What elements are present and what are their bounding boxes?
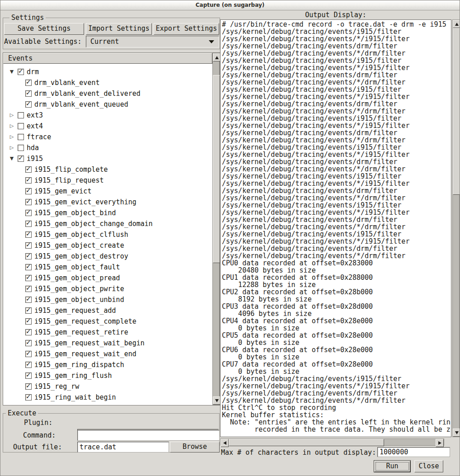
tree-row[interactable]: ✓i915_gem_object_clflush <box>3 229 212 240</box>
tree-row[interactable]: ▷hda <box>3 142 212 153</box>
tree-row[interactable]: ✓i915_gem_object_destroy <box>3 251 212 262</box>
export-settings-button[interactable]: Export Settings <box>154 23 219 35</box>
output-hscrollbar-track[interactable] <box>229 439 436 445</box>
scroll-up-button[interactable] <box>453 20 460 28</box>
tree-row[interactable]: ▷ext3 <box>3 110 212 121</box>
tree-row[interactable]: ✓i915_gem_evict_everything <box>3 197 212 207</box>
tree-row[interactable]: ✓drm_vblank_event_delivered <box>3 88 212 99</box>
tree-row[interactable]: ✓i915_flip_request <box>3 175 212 186</box>
tree-row[interactable]: ✓i915_gem_request_add <box>3 305 212 316</box>
tree-row[interactable]: ▼✓i915 <box>3 153 212 164</box>
tree-row[interactable]: ▷ftrace <box>3 132 212 142</box>
event-checkbox[interactable]: ✓ <box>25 383 32 390</box>
events-scrollbar-thumb[interactable] <box>213 75 220 263</box>
output-display[interactable]: # /usr/bin/trace-cmd record -o trace.dat… <box>220 19 451 437</box>
event-checkbox[interactable]: ✓ <box>25 101 32 108</box>
event-checkbox[interactable]: ✓ <box>25 166 32 173</box>
output-hscrollbar-thumb[interactable] <box>229 439 384 446</box>
event-checkbox[interactable]: ✓ <box>25 329 32 335</box>
event-checkbox[interactable]: ✓ <box>25 362 32 368</box>
tree-row[interactable]: ✓drm_vblank_event_queued <box>3 99 212 110</box>
events-scrollbar-track[interactable] <box>213 61 219 396</box>
tree-row[interactable]: ✓i915_gem_object_unbind <box>3 294 212 305</box>
expander-open-icon[interactable]: ▼ <box>9 156 15 162</box>
event-checkbox[interactable]: ✓ <box>25 231 32 238</box>
tree-row[interactable]: ✓i915_ring_wait_begin <box>3 392 212 403</box>
event-checkbox[interactable]: ✓ <box>25 318 32 325</box>
tree-row[interactable]: ✓i915_gem_object_create <box>3 240 212 251</box>
tree-row[interactable]: ▼✓drm <box>3 66 212 77</box>
tree-row[interactable]: ✓i915_gem_evict <box>3 186 212 197</box>
event-checkbox[interactable]: ✓ <box>25 340 32 346</box>
events-vertical-scrollbar[interactable] <box>212 53 220 405</box>
event-checkbox[interactable] <box>18 145 24 151</box>
tree-row[interactable]: ✓i915_gem_object_change_domain <box>3 218 212 229</box>
tree-row[interactable]: ✓i915_gem_request_wait_begin <box>3 338 212 349</box>
event-checkbox[interactable]: ✓ <box>25 372 32 379</box>
event-checkbox[interactable]: ✓ <box>25 275 32 281</box>
expander-closed-icon[interactable]: ▷ <box>9 123 15 129</box>
tree-row[interactable]: ✓i915_gem_request_complete <box>3 316 212 327</box>
event-checkbox[interactable]: ✓ <box>25 90 32 97</box>
event-checkbox[interactable]: ✓ <box>25 394 32 401</box>
output-vertical-scrollbar[interactable] <box>452 19 460 437</box>
tree-row[interactable]: ▷ext4 <box>3 121 212 132</box>
run-button[interactable]: Run <box>374 460 411 472</box>
output-horizontal-scrollbar[interactable] <box>220 438 444 446</box>
tree-row[interactable]: ✓i915_gem_object_fault <box>3 262 212 273</box>
event-label: i915 <box>27 155 43 163</box>
event-checkbox[interactable]: ✓ <box>25 177 32 184</box>
import-settings-button[interactable]: Import Settings <box>86 23 152 35</box>
tree-row[interactable]: ✓drm_vblank_event <box>3 77 212 88</box>
scroll-down-button[interactable] <box>453 429 460 437</box>
tree-row[interactable]: ✓i915_gem_object_bind <box>3 207 212 218</box>
tree-row[interactable]: ✓i915_gem_request_wait_end <box>3 349 212 359</box>
tree-row[interactable]: ✓i915_gem_request_retire <box>3 327 212 338</box>
event-checkbox[interactable] <box>18 134 24 140</box>
expander-open-icon[interactable]: ▼ <box>9 69 15 75</box>
command-input[interactable] <box>77 430 220 441</box>
events-column-header[interactable]: Events <box>3 53 212 64</box>
event-checkbox[interactable]: ✓ <box>25 307 32 314</box>
event-checkbox[interactable] <box>18 123 24 129</box>
event-checkbox[interactable]: ✓ <box>25 210 32 216</box>
expander-closed-icon[interactable]: ▷ <box>9 112 15 118</box>
output-vscrollbar-track[interactable] <box>453 28 459 429</box>
scroll-right-button[interactable] <box>436 439 444 447</box>
available-settings-combobox[interactable]: Current <box>86 36 219 47</box>
tree-row[interactable]: ✓i915_gem_ring_dispatch <box>3 359 212 370</box>
event-checkbox[interactable]: ✓ <box>25 199 32 205</box>
event-checkbox[interactable]: ✓ <box>18 156 24 162</box>
event-checkbox[interactable]: ✓ <box>25 188 32 194</box>
expander-closed-icon[interactable]: ▷ <box>9 134 15 140</box>
scroll-left-button[interactable] <box>221 439 229 447</box>
event-checkbox[interactable]: ✓ <box>25 253 32 259</box>
event-checkbox[interactable]: ✓ <box>25 80 32 86</box>
output-file-input[interactable] <box>77 442 169 452</box>
chevron-down-icon <box>209 40 214 43</box>
event-checkbox[interactable]: ✓ <box>25 297 32 303</box>
event-checkbox[interactable]: ✓ <box>25 286 32 292</box>
event-checkbox[interactable]: ✓ <box>25 221 32 227</box>
close-button[interactable]: Close <box>414 460 443 472</box>
browse-button[interactable]: Browse <box>170 442 220 452</box>
tree-row[interactable]: ✓i915_gem_ring_flush <box>3 370 212 381</box>
tree-row[interactable]: ✓i915_flip_complete <box>3 164 212 175</box>
event-checkbox[interactable] <box>18 112 24 118</box>
tree-row[interactable]: ✓i915_reg_rw <box>3 381 212 392</box>
expander-closed-icon[interactable]: ▷ <box>9 145 15 151</box>
tree-row[interactable]: ✓i915_gem_object_pread <box>3 273 212 283</box>
event-checkbox[interactable]: ✓ <box>25 242 32 249</box>
check-icon: ✓ <box>26 220 31 226</box>
event-checkbox[interactable]: ✓ <box>25 351 32 357</box>
check-icon: ✓ <box>26 350 31 356</box>
event-checkbox[interactable]: ✓ <box>18 69 24 75</box>
title-bar[interactable]: Capture (on sugarbay) <box>0 0 460 10</box>
tree-row[interactable]: ✓i915_gem_object_pwrite <box>3 283 212 294</box>
event-label: i915_gem_request_wait_begin <box>34 339 145 347</box>
event-checkbox[interactable]: ✓ <box>25 264 32 270</box>
save-settings-button[interactable]: Save Settings <box>4 23 84 35</box>
output-vscrollbar-thumb[interactable] <box>453 28 460 195</box>
max-chars-input[interactable] <box>377 447 450 457</box>
event-label: drm_vblank_event_delivered <box>34 90 141 98</box>
